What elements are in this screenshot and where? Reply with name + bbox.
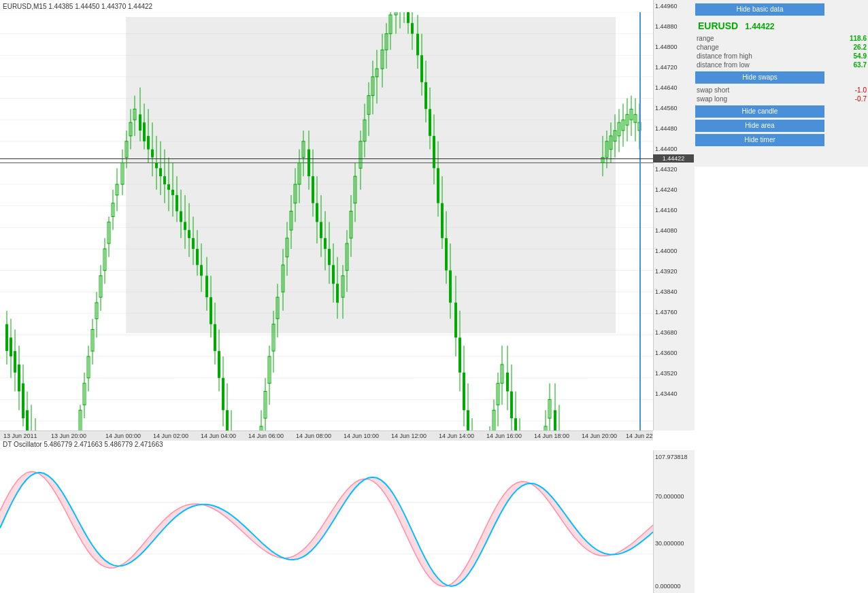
oscillator-header: DT Oscillator 5.486779 2.471663 5.486779… [0, 440, 166, 449]
hide-swaps-button[interactable]: Hide swaps [695, 71, 824, 84]
field-label: change [697, 44, 719, 51]
current-price-label: 1.44422 [663, 155, 685, 162]
info-field-row: distance from high 54.9 [695, 52, 868, 61]
info-fields: range 118.6change 26.2distance from high… [695, 34, 868, 69]
symbol-label: EURUSD [697, 19, 739, 33]
field-value: 118.6 [850, 35, 867, 42]
swap-long-label: swap long [697, 95, 727, 103]
oscillator-scale [653, 450, 695, 593]
vertical-cursor-line [639, 12, 641, 430]
hide-area-button[interactable]: Hide area [695, 120, 824, 132]
hide-timer-button[interactable]: Hide timer [695, 134, 824, 146]
info-field-row: range 118.6 [695, 34, 868, 43]
swap-short-row: swap short -1.0 [695, 86, 868, 95]
info-field-row: change 26.2 [695, 43, 868, 52]
oscillator-canvas [0, 450, 653, 593]
field-label: range [697, 35, 714, 42]
price-value: 1.44422 [745, 22, 774, 31]
date-axis [0, 430, 653, 440]
price-axis [653, 0, 695, 430]
hide-candle-button[interactable]: Hide candle [695, 105, 824, 118]
main-chart-canvas [0, 0, 653, 430]
date-axis-canvas [0, 431, 653, 441]
crosshair-horizontal [0, 158, 653, 159]
info-panel: Hide basic data EURUSD 1.44422 range 118… [694, 0, 868, 167]
field-value: 26.2 [854, 44, 867, 51]
field-label: distance from low [697, 61, 750, 69]
swap-long-row: swap long -0.7 [695, 95, 868, 103]
symbol-ohlc: EURUSD,M15 1.44385 1.44450 1.44370 1.444… [3, 3, 152, 10]
field-value: 54.9 [854, 52, 867, 60]
swap-short-label: swap short [697, 86, 729, 94]
oscillator-title: DT Oscillator 5.486779 2.471663 5.486779… [3, 441, 163, 448]
chart-header: EURUSD,M15 1.44385 1.44450 1.44370 1.444… [0, 0, 653, 12]
swap-long-value: -0.7 [855, 95, 867, 103]
field-value: 63.7 [854, 61, 867, 69]
current-price-box: 1.44422 [653, 154, 694, 163]
hide-basic-button[interactable]: Hide basic data [695, 3, 824, 16]
info-field-row: distance from low 63.7 [695, 61, 868, 69]
field-label: distance from high [697, 52, 752, 60]
swap-short-value: -1.0 [855, 86, 867, 94]
